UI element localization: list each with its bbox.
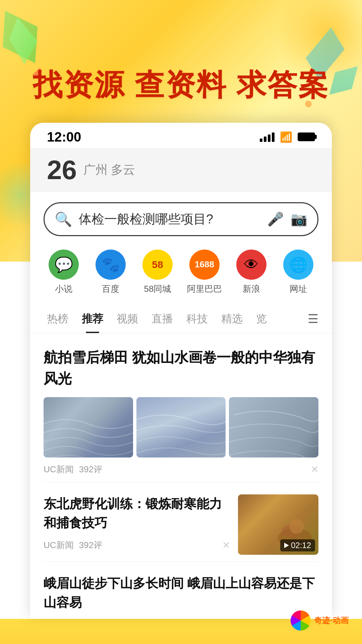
news-feed: 航拍雪后梯田 犹如山水画卷一般的中华独有风光 xyxy=(30,333,332,619)
signal-bar-1 xyxy=(260,139,262,142)
app-icon-baidu: 🐾 xyxy=(96,250,126,280)
app-icon-novel: 💬 xyxy=(49,250,79,280)
article-1-close-button[interactable]: ✕ xyxy=(311,464,318,475)
app-label-sina: 新浪 xyxy=(243,283,260,295)
voice-search-icon[interactable]: 🎤 xyxy=(267,211,284,227)
weather-temperature: 26 xyxy=(47,155,77,185)
video-duration-text: 02:12 xyxy=(291,541,311,550)
article-1-image-1 xyxy=(44,397,133,458)
article-1-image-3 xyxy=(229,397,318,458)
tab-tech[interactable]: 科技 xyxy=(180,308,215,333)
signal-bar-2 xyxy=(264,137,266,142)
app-shortcut-url[interactable]: 🌐 网址 xyxy=(275,250,322,295)
phone-mockup: 12:00 📶 26 广州 多云 xyxy=(30,123,332,619)
nav-tabs: 热榜 推荐 视频 直播 科技 精选 览 ☰ xyxy=(30,302,332,333)
app-shortcuts: 💬 小说 🐾 百度 58 58同城 1688 阿里巴巴 xyxy=(30,243,332,302)
app-label-58: 58同城 xyxy=(144,283,171,295)
app-icon-sina: 👁 xyxy=(236,250,266,280)
article-3-headline[interactable]: 峨眉山徒步下山多长时间 峨眉山上山容易还是下山容易 xyxy=(44,574,318,612)
tab-trending[interactable]: 热榜 xyxy=(40,308,75,333)
app-icon-url: 🌐 xyxy=(283,250,313,280)
tab-selected[interactable]: 精选 xyxy=(215,308,249,333)
article-1-headline[interactable]: 航拍雪后梯田 犹如山水画卷一般的中华独有风光 xyxy=(44,347,318,389)
article-2-thumbnail[interactable]: 02:12 xyxy=(238,494,318,555)
news-article-2: 东北虎野化训练：锻炼耐寒能力和捕食技巧 UC新闻 392评 ✕ xyxy=(44,482,318,562)
article-2-close-button[interactable]: ✕ xyxy=(222,540,230,551)
app-shortcut-baidu[interactable]: 🐾 百度 xyxy=(87,250,134,295)
app-shortcut-novel[interactable]: 💬 小说 xyxy=(40,250,87,295)
camera-search-icon[interactable]: 📷 xyxy=(291,211,307,227)
article-1-source: UC新闻 xyxy=(44,464,74,475)
tab-video[interactable]: 视频 xyxy=(110,308,145,333)
status-icons: 📶 xyxy=(260,131,315,143)
article-2-headline[interactable]: 东北虎野化训练：锻炼耐寒能力和捕食技巧 xyxy=(44,494,230,533)
search-bar[interactable]: 🔍 体检一般检测哪些项目? 🎤 📷 xyxy=(44,202,318,236)
app-label-baidu: 百度 xyxy=(102,283,119,295)
article-2-comments: 392评 xyxy=(79,539,102,551)
app-label-alibaba: 阿里巴巴 xyxy=(187,283,222,295)
weather-info: 广州 多云 xyxy=(83,162,135,178)
tab-browse[interactable]: 览 xyxy=(249,308,274,333)
watermark-icon xyxy=(291,610,311,631)
app-label-url: 网址 xyxy=(290,283,307,295)
app-label-novel: 小说 xyxy=(55,283,72,295)
search-section: 🔍 体检一般检测哪些项目? 🎤 📷 xyxy=(30,192,332,243)
news-article-3: 峨眉山徒步下山多长时间 峨眉山上山容易还是下山容易 xyxy=(44,562,318,619)
article-2-source: UC新闻 xyxy=(44,539,74,551)
weather-bar: 26 广州 多云 xyxy=(30,148,332,192)
app-icon-58: 58 xyxy=(142,250,173,280)
signal-bar-3 xyxy=(268,135,270,142)
search-icon: 🔍 xyxy=(55,211,72,227)
article-2-content: 东北虎野化训练：锻炼耐寒能力和捕食技巧 UC新闻 392评 ✕ xyxy=(44,494,230,551)
hero-title: 找资源 查资料 求答案 xyxy=(0,67,362,103)
app-shortcut-sina[interactable]: 👁 新浪 xyxy=(228,250,275,295)
status-bar: 12:00 📶 xyxy=(30,123,332,148)
app-shortcut-alibaba[interactable]: 1688 阿里巴巴 xyxy=(181,250,228,295)
video-duration-badge: 02:12 xyxy=(280,539,315,551)
article-2-meta: UC新闻 392评 ✕ xyxy=(44,539,230,551)
app-shortcut-58[interactable]: 58 58同城 xyxy=(134,250,181,295)
play-icon xyxy=(284,543,289,548)
app-icon-alibaba: 1688 xyxy=(189,250,220,280)
search-query-text[interactable]: 体检一般检测哪些项目? xyxy=(79,211,260,228)
tab-more-icon[interactable]: ☰ xyxy=(304,309,322,333)
svg-point-2 xyxy=(289,519,304,534)
signal-bar-4 xyxy=(272,132,275,142)
tab-live[interactable]: 直播 xyxy=(145,308,180,333)
page-wrapper: 找资源 查资料 求答案 12:00 📶 26 广州 xyxy=(0,0,362,644)
article-1-comments: 392评 xyxy=(79,464,102,475)
hero-section: 找资源 查资料 求答案 xyxy=(0,0,362,103)
article-1-images xyxy=(44,397,318,458)
battery-icon xyxy=(298,132,315,141)
signal-icon xyxy=(260,132,275,142)
weather-condition: 多云 xyxy=(111,163,135,176)
article-1-meta: UC新闻 392评 ✕ xyxy=(44,464,318,475)
status-time: 12:00 xyxy=(47,129,81,145)
article-1-image-2 xyxy=(136,397,226,458)
wifi-icon: 📶 xyxy=(280,131,292,143)
news-article-1: 航拍雪后梯田 犹如山水画卷一般的中华独有风光 xyxy=(44,333,318,482)
watermark: 奇迹·动画 xyxy=(291,610,349,631)
weather-city: 广州 xyxy=(83,163,108,176)
watermark-text: 奇迹·动画 xyxy=(314,615,349,626)
tab-recommend[interactable]: 推荐 xyxy=(75,308,110,333)
